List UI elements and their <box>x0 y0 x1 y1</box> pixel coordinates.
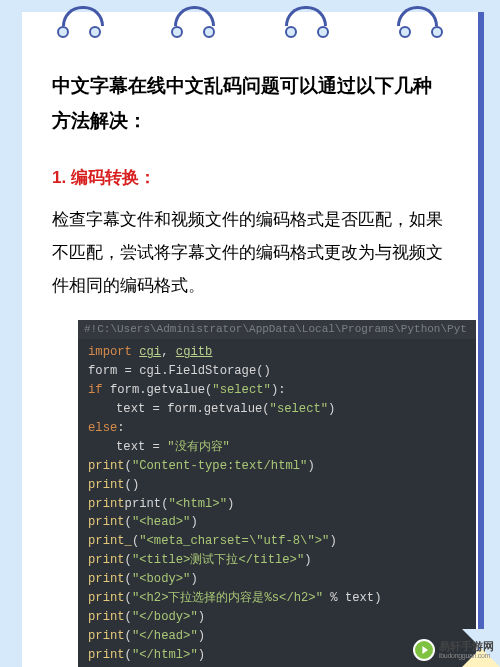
watermark-url: ibudongguan.com <box>439 652 494 659</box>
watermark-name: 易轩手游网 <box>439 641 494 652</box>
method-body: 检查字幕文件和视频文件的编码格式是否匹配，如果不匹配，尝试将字幕文件的编码格式更… <box>52 203 448 302</box>
notebook-card: 中文字幕在线中文乱码问题可以通过以下几种方法解决： 1. 编码转换： 检查字幕文… <box>22 12 478 667</box>
method-title: 1. 编码转换： <box>52 166 448 189</box>
content-area: 中文字幕在线中文乱码问题可以通过以下几种方法解决： 1. 编码转换： 检查字幕文… <box>22 12 478 667</box>
watermark: 易轩手游网 ibudongguan.com <box>413 639 494 661</box>
code-block: #!C:\Users\Administrator\AppData\Local\P… <box>78 320 476 667</box>
watermark-icon <box>413 639 435 661</box>
binding-holes <box>22 26 478 38</box>
main-heading: 中文字幕在线中文乱码问题可以通过以下几种方法解决： <box>52 68 448 138</box>
code-body: import cgi, cgitb form = cgi.FieldStorag… <box>78 339 476 667</box>
spiral-binding <box>22 4 478 28</box>
code-path: #!C:\Users\Administrator\AppData\Local\P… <box>78 320 476 339</box>
